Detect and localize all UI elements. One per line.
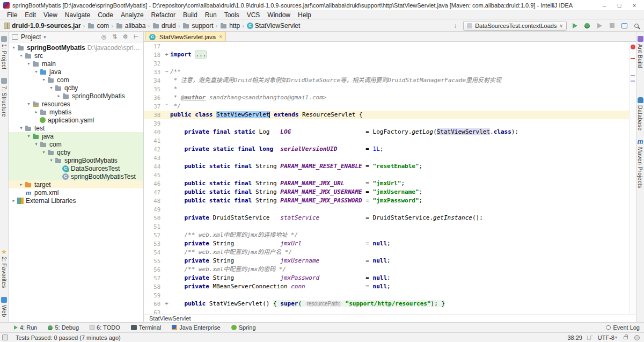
menu-navigate[interactable]: Navigate	[61, 11, 94, 19]
code-line-35[interactable]: 35 *	[144, 85, 636, 93]
run-configuration-select[interactable]: DataSourcesTest.contextLoads ∨	[463, 21, 567, 31]
tree-item-pom-xml[interactable]: mpom.xml	[9, 188, 143, 197]
tab-statviewservlet[interactable]: C StatViewServlet.java ×	[145, 32, 226, 41]
expanded-chevron-icon[interactable]: ▾	[18, 53, 24, 58]
tree-item-java[interactable]: ▾java	[9, 68, 143, 76]
collapsed-chevron-icon[interactable]: ▸	[56, 93, 62, 98]
breadcrumb-item-http[interactable]: http	[219, 22, 240, 30]
breadcrumb-item-support[interactable]: support	[182, 22, 213, 30]
tree-item-main[interactable]: ▾main	[9, 60, 143, 68]
tool-button-ant-build[interactable]: Ant Build	[637, 36, 643, 68]
search-everywhere-button[interactable]	[632, 21, 641, 30]
tool-button-7-structure[interactable]: 7: Structure	[1, 78, 8, 117]
tool-window-button-terminal[interactable]: Terminal	[131, 324, 162, 331]
code-line-34[interactable]: 34 * 注意，避免直接调用Druid相关对象例如DruidDataSource…	[144, 76, 636, 85]
event-log-button[interactable]: Event Log	[606, 324, 640, 331]
menu-vcs[interactable]: VCS	[243, 11, 264, 19]
code-line-53[interactable]: 53 private String jmxUrl = null;	[144, 239, 636, 248]
tree-item-springbootmybatistest[interactable]: CspringBootMybatisTest	[9, 172, 143, 180]
tree-item-qcby[interactable]: ▾qcby	[9, 148, 143, 156]
menu-window[interactable]: Window	[264, 11, 294, 19]
code-editor[interactable]: 1718+import ...3233−/**34 * 注意，避免直接调用Dru…	[144, 42, 636, 314]
breadcrumb-item-com[interactable]: com	[87, 22, 109, 30]
code-line-60[interactable]: 60+ public StatViewServlet() { super( re…	[144, 300, 636, 308]
menu-view[interactable]: View	[40, 11, 61, 19]
usage-stripe-mark[interactable]	[631, 81, 635, 82]
collapse-all-icon[interactable]: ⇅	[111, 33, 119, 40]
expanded-chevron-icon[interactable]: ▾	[11, 45, 17, 50]
expanded-chevron-icon[interactable]: ▾	[26, 101, 32, 106]
expanded-chevron-icon[interactable]: ▾	[41, 150, 47, 155]
tree-item-springbootmybatis[interactable]: ▾springBootMybatisD:\javacode\springBoot…	[9, 43, 143, 52]
error-stripe[interactable]: !	[629, 42, 636, 314]
tree-item-com[interactable]: ▾com	[9, 140, 143, 148]
code-line-44[interactable]: 44 public static final String PARAM_NAME…	[144, 162, 636, 171]
menu-build[interactable]: Build	[179, 11, 201, 19]
stop-button[interactable]	[608, 21, 616, 30]
file-encoding[interactable]: UTF-8 ▾	[598, 334, 617, 341]
tool-button-database[interactable]: Database	[637, 97, 643, 130]
tool-button-2-favorites[interactable]: ★2: Favorites	[1, 249, 8, 288]
editor-breadcrumb-item[interactable]: StatViewServlet	[149, 315, 191, 322]
collapsed-chevron-icon[interactable]: ▸	[33, 110, 39, 114]
code-line-33[interactable]: 33−/**	[144, 68, 636, 76]
code-line-41[interactable]: 41	[144, 136, 636, 145]
error-stripe-mark[interactable]	[631, 58, 635, 59]
tree-item-java[interactable]: ▾java	[9, 132, 143, 140]
expanded-chevron-icon[interactable]: ▾	[18, 126, 24, 130]
collapsed-chevron-icon[interactable]: ▸	[11, 198, 17, 203]
tool-button-maven-projects[interactable]: mMaven Projects	[637, 139, 643, 188]
fold-marker-icon[interactable]: +	[163, 300, 170, 308]
tool-window-switcher-icon[interactable]	[2, 334, 8, 340]
sort-icon[interactable]: ↓	[451, 21, 459, 30]
tree-item-src[interactable]: ▾src	[9, 52, 143, 60]
expanded-chevron-icon[interactable]: ▾	[33, 142, 39, 147]
tool-window-button-5-debug[interactable]: 5: Debug	[48, 324, 79, 331]
code-line-46[interactable]: 46 public static final String PARAM_NAME…	[144, 179, 636, 188]
menu-help[interactable]: Help	[294, 11, 315, 19]
tree-item-com[interactable]: ▾com	[9, 76, 143, 84]
breadcrumb-item-statviewservlet[interactable]: CStatViewServlet	[246, 22, 301, 30]
tool-button-1-project[interactable]: 1: Project	[1, 36, 8, 69]
hide-panel-icon[interactable]: ⊢	[132, 33, 140, 40]
fold-marker-icon[interactable]: ^	[163, 102, 170, 111]
tree-item-springbootmybatis[interactable]: ▾springBootMybatis	[9, 156, 143, 164]
code-line-59[interactable]: 59	[144, 291, 636, 300]
code-line-50[interactable]: 50 private DruidStatService statService …	[144, 214, 636, 222]
tree-item-target[interactable]: ▸target	[9, 180, 143, 188]
update-app-button[interactable]	[620, 21, 628, 30]
code-line-17[interactable]: 17	[144, 42, 636, 50]
code-line-18[interactable]: 18+import ...	[144, 50, 636, 59]
code-line-37[interactable]: 37^ */	[144, 102, 636, 111]
debug-button[interactable]	[583, 21, 591, 30]
fold-marker-icon[interactable]: −	[163, 68, 170, 76]
code-line-45[interactable]: 45	[144, 171, 636, 179]
expanded-chevron-icon[interactable]: ▾	[26, 134, 32, 139]
inspection-indicator-icon[interactable]: !	[631, 45, 635, 49]
expanded-chevron-icon[interactable]: ▾	[33, 69, 39, 74]
breadcrumb-item-druid[interactable]: druid	[152, 22, 176, 30]
code-line-39[interactable]: 39	[144, 119, 636, 128]
code-line-63[interactable]: 63	[144, 308, 636, 314]
code-line-52[interactable]: 52 /** web.xml中配置的jmx的连接地址 */	[144, 231, 636, 239]
menu-refactor[interactable]: Refactor	[148, 11, 179, 19]
fold-marker-icon[interactable]: +	[163, 50, 170, 59]
menu-code[interactable]: Code	[94, 11, 117, 19]
close-button[interactable]: ×	[627, 2, 642, 9]
code-line-42[interactable]: 42 private static final long serialVersi…	[144, 145, 636, 154]
expanded-chevron-icon[interactable]: ▾	[41, 77, 47, 82]
hector-icon[interactable]	[634, 335, 640, 340]
lock-icon[interactable]	[624, 336, 628, 339]
tree-item-qcby[interactable]: ▾qcby	[9, 84, 143, 92]
tool-window-button-6-todo[interactable]: 6: TODO	[90, 324, 120, 331]
scroll-to-source-icon[interactable]: ◎	[100, 33, 108, 40]
tree-item-resources[interactable]: ▾resources	[9, 100, 143, 108]
expanded-chevron-icon[interactable]: ▾	[26, 61, 32, 66]
menu-run[interactable]: Run	[201, 11, 221, 19]
code-line-43[interactable]: 43	[144, 154, 636, 162]
minimize-button[interactable]: –	[597, 2, 612, 9]
tool-window-button-spring[interactable]: Spring	[231, 324, 256, 331]
tree-item-mybatis[interactable]: ▸mybatis	[9, 108, 143, 116]
tool-window-button-4-run[interactable]: 4: Run	[14, 324, 37, 331]
breadcrumb-item-druid-1-0-9-sources-jar[interactable]: druid-1.0.9-sources.jar	[3, 22, 81, 30]
